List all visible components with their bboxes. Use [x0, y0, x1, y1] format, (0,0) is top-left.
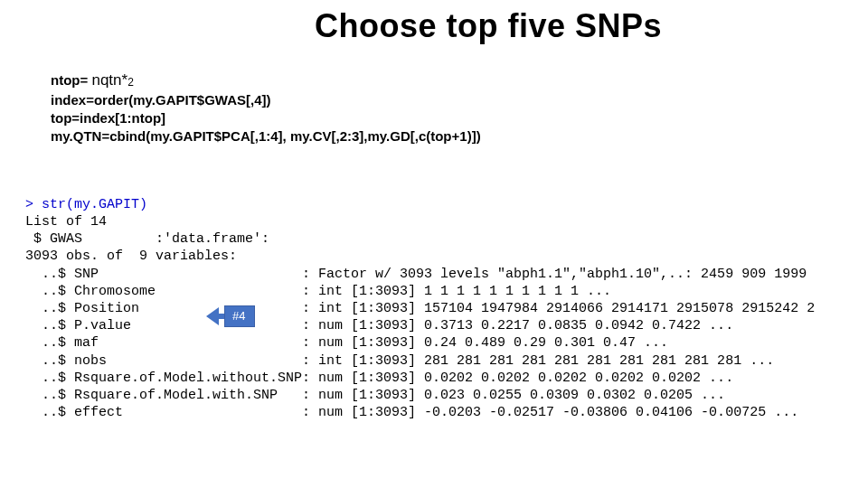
- console-line-4: ..$ Chromosome : int [1:3093] 1 1 1 1 1 …: [25, 284, 611, 299]
- console-line-8: ..$ nobs : int [1:3093] 281 281 281 281 …: [25, 353, 774, 369]
- code-line-3: top=index[1:ntop]: [51, 109, 868, 127]
- console-line-7: ..$ maf : num [1:3093] 0.24 0.489 0.29 0…: [25, 335, 668, 351]
- console-line-1: $ GWAS :'data.frame':: [25, 231, 269, 247]
- console-line-2: 3093 obs. of 9 variables:: [25, 249, 237, 264]
- console-line-9: ..$ Rsquare.of.Model.without.SNP: num [1…: [25, 371, 733, 386]
- code-l1-prefix: ntop=: [51, 72, 91, 88]
- code-l1-expr-b: 2: [127, 76, 134, 89]
- console-line-3: ..$ SNP : Factor w/ 3093 levels "abph1.1…: [25, 267, 807, 282]
- callout-badge: #4: [224, 305, 255, 328]
- r-console-output: > str(my.GAPIT) List of 14 $ GWAS :'data…: [25, 179, 868, 456]
- console-line-10: ..$ Rsquare.of.Model.with.SNP : num [1:3…: [25, 388, 725, 403]
- page-title: Choose top five SNPs: [108, 7, 868, 45]
- console-line-6: ..$ P.value : num [1:3093] 0.3713 0.2217…: [25, 318, 733, 333]
- console-line-0: List of 14: [25, 214, 107, 230]
- arrow-left-icon: [206, 307, 219, 325]
- console-prompt: > str(my.GAPIT): [25, 197, 147, 212]
- code-line-1: ntop= nqtn*2: [51, 70, 868, 91]
- r-code-block: ntop= nqtn*2 index=order(my.GAPIT$GWAS[,…: [51, 70, 868, 146]
- code-l1-expr-a: nqtn*: [91, 71, 127, 89]
- console-line-5: ..$ Position : int [1:3093] 157104 19479…: [25, 301, 815, 316]
- code-line-4: my.QTN=cbind(my.GAPIT$PCA[,1:4], my.CV[,…: [51, 127, 868, 145]
- callout-pointer: #4: [206, 305, 255, 328]
- console-line-11: ..$ effect : num [1:3093] -0.0203 -0.025…: [25, 405, 798, 420]
- code-line-2: index=order(my.GAPIT$GWAS[,4]): [51, 91, 868, 109]
